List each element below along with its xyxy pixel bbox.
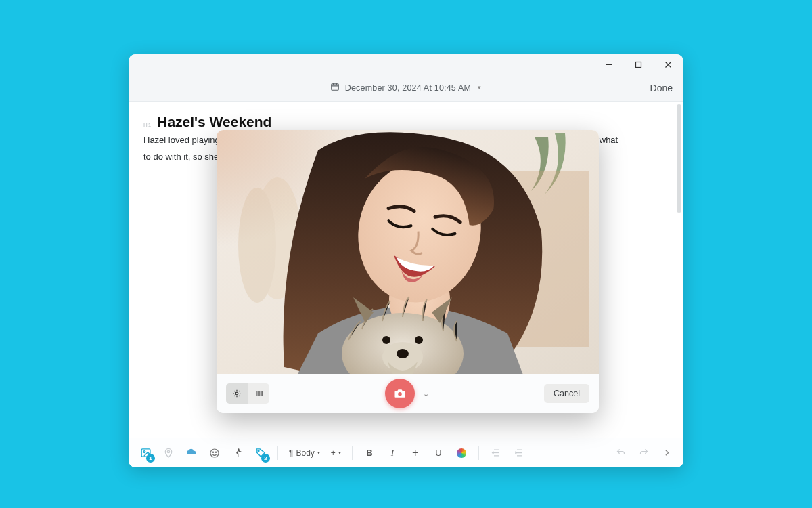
chevron-down-icon: ▾	[317, 450, 320, 456]
bold-button[interactable]: B	[359, 443, 380, 463]
svg-point-10	[167, 450, 169, 452]
heading-level-marker: H1	[143, 122, 152, 128]
cancel-button[interactable]: Cancel	[544, 384, 589, 403]
camera-mode-photo-button[interactable]	[226, 383, 248, 404]
editor-toolbar: December 30, 2024 At 10:45 AM ▼ Done	[129, 75, 683, 102]
camera-preview	[217, 130, 599, 374]
camera-capture-dialog: ⌄ Cancel	[217, 130, 599, 413]
svg-rect-1	[635, 62, 641, 67]
italic-button[interactable]: I	[382, 443, 403, 463]
vertical-scrollbar[interactable]	[675, 102, 682, 438]
indent-button[interactable]	[509, 443, 529, 463]
scrollbar-thumb[interactable]	[677, 104, 681, 213]
entry-title[interactable]: Hazel's Weekend	[157, 114, 271, 130]
insert-dropdown[interactable]: + ▾	[327, 448, 345, 458]
maximize-button[interactable]	[628, 56, 648, 72]
text-style-dropdown[interactable]: ¶ Body ▾	[285, 448, 324, 458]
svg-point-12	[212, 452, 213, 452]
outdent-button[interactable]	[486, 443, 506, 463]
svg-point-34	[235, 392, 238, 395]
svg-point-32	[415, 336, 423, 344]
close-button[interactable]	[658, 56, 678, 72]
formatting-toolbar: 1 2 ¶ Body ▾ + ▾ B I T U	[129, 438, 683, 467]
done-button[interactable]: Done	[650, 75, 673, 101]
tag-count-badge: 2	[261, 454, 270, 463]
chevron-down-icon: ▾	[338, 450, 341, 456]
entry-date-label: December 30, 2024 At 10:45 AM	[345, 83, 471, 93]
location-tool[interactable]	[158, 443, 179, 463]
paragraph-icon: ¶	[289, 448, 293, 458]
svg-point-31	[382, 336, 390, 344]
toolbar-separator	[352, 446, 353, 460]
activity-tool[interactable]	[227, 443, 248, 463]
minimize-button[interactable]	[598, 56, 618, 72]
window-titlebar	[129, 54, 683, 75]
svg-point-33	[397, 349, 409, 358]
photo-count-badge: 1	[146, 454, 155, 463]
svg-point-9	[143, 451, 145, 453]
toolbar-separator	[478, 446, 479, 460]
more-button[interactable]	[656, 443, 677, 463]
weather-tool[interactable]	[181, 443, 202, 463]
toolbar-separator	[277, 446, 278, 460]
text-color-button[interactable]	[451, 443, 472, 463]
color-wheel-icon	[457, 448, 466, 458]
mood-tool[interactable]	[204, 443, 225, 463]
camera-mode-barcode-button[interactable]	[248, 383, 269, 404]
entry-date-dropdown[interactable]: December 30, 2024 At 10:45 AM ▼	[330, 82, 482, 93]
redo-button[interactable]	[633, 443, 654, 463]
chevron-down-icon: ▼	[476, 85, 482, 91]
svg-point-40	[398, 392, 402, 396]
capture-photo-button[interactable]	[385, 379, 415, 408]
camera-dialog-toolbar: ⌄ Cancel	[217, 374, 599, 413]
svg-point-11	[210, 449, 219, 457]
svg-rect-4	[331, 84, 338, 90]
tag-tool[interactable]: 2	[250, 443, 271, 463]
svg-point-15	[257, 450, 258, 452]
photo-tool[interactable]: 1	[135, 443, 156, 463]
underline-button[interactable]: U	[428, 443, 449, 463]
strikethrough-button[interactable]: T	[405, 443, 426, 463]
undo-button[interactable]	[610, 443, 631, 463]
calendar-icon	[330, 82, 340, 93]
svg-point-13	[215, 452, 216, 452]
capture-options-chevron[interactable]: ⌄	[423, 389, 429, 398]
